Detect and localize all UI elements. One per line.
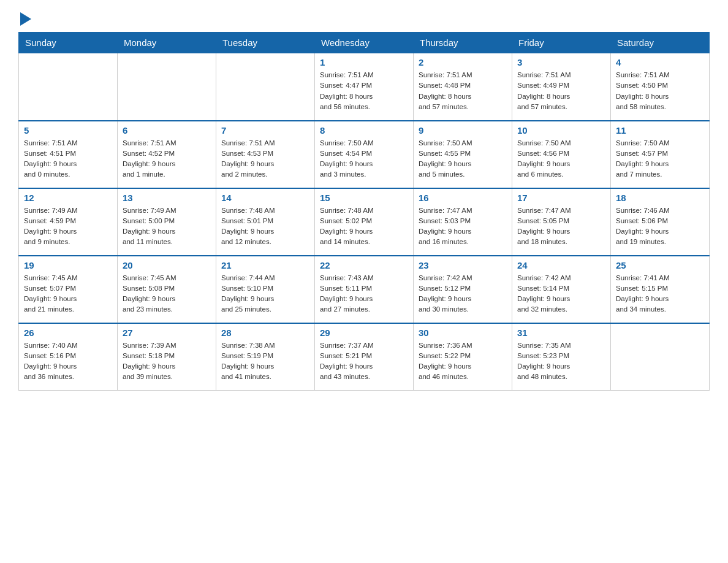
day-number: 3 <box>517 57 605 67</box>
day-number: 20 <box>123 260 211 270</box>
day-info: Sunrise: 7:42 AM Sunset: 5:12 PM Dayligh… <box>419 273 507 315</box>
weekday-header-thursday: Thursday <box>414 33 512 53</box>
day-info: Sunrise: 7:50 AM Sunset: 4:54 PM Dayligh… <box>320 138 408 180</box>
day-info: Sunrise: 7:36 AM Sunset: 5:22 PM Dayligh… <box>419 340 507 383</box>
weekday-header-friday: Friday <box>512 33 611 53</box>
day-info: Sunrise: 7:49 AM Sunset: 5:00 PM Dayligh… <box>123 205 211 248</box>
calendar-cell: 20Sunrise: 7:45 AM Sunset: 5:08 PM Dayli… <box>118 256 216 323</box>
day-number: 2 <box>419 57 507 67</box>
calendar-cell <box>611 323 710 391</box>
day-info: Sunrise: 7:51 AM Sunset: 4:49 PM Dayligh… <box>517 70 605 112</box>
day-number: 12 <box>24 193 112 203</box>
calendar-cell: 12Sunrise: 7:49 AM Sunset: 4:59 PM Dayli… <box>19 188 118 256</box>
calendar-cell: 21Sunrise: 7:44 AM Sunset: 5:10 PM Dayli… <box>216 256 315 323</box>
day-number: 14 <box>221 193 309 203</box>
day-number: 11 <box>616 125 704 136</box>
calendar-cell: 4Sunrise: 7:51 AM Sunset: 4:50 PM Daylig… <box>611 53 710 121</box>
day-info: Sunrise: 7:35 AM Sunset: 5:23 PM Dayligh… <box>517 340 605 383</box>
day-info: Sunrise: 7:50 AM Sunset: 4:56 PM Dayligh… <box>517 138 605 180</box>
day-number: 23 <box>419 260 507 270</box>
day-number: 19 <box>24 260 112 270</box>
page-header <box>18 12 710 26</box>
day-info: Sunrise: 7:48 AM Sunset: 5:02 PM Dayligh… <box>320 205 408 248</box>
calendar-cell: 13Sunrise: 7:49 AM Sunset: 5:00 PM Dayli… <box>118 188 216 256</box>
day-info: Sunrise: 7:51 AM Sunset: 4:47 PM Dayligh… <box>320 70 408 112</box>
day-info: Sunrise: 7:43 AM Sunset: 5:11 PM Dayligh… <box>320 273 408 315</box>
calendar-table: SundayMondayTuesdayWednesdayThursdayFrid… <box>18 32 710 391</box>
day-info: Sunrise: 7:37 AM Sunset: 5:21 PM Dayligh… <box>320 340 408 383</box>
day-number: 29 <box>320 327 408 338</box>
day-number: 17 <box>517 193 605 203</box>
day-number: 16 <box>419 193 507 203</box>
calendar-cell: 27Sunrise: 7:39 AM Sunset: 5:18 PM Dayli… <box>118 323 216 391</box>
day-info: Sunrise: 7:47 AM Sunset: 5:03 PM Dayligh… <box>419 205 507 248</box>
day-info: Sunrise: 7:44 AM Sunset: 5:10 PM Dayligh… <box>221 273 309 315</box>
calendar-week-1: 1Sunrise: 7:51 AM Sunset: 4:47 PM Daylig… <box>19 53 710 121</box>
weekday-header-wednesday: Wednesday <box>315 33 414 53</box>
calendar-cell: 31Sunrise: 7:35 AM Sunset: 5:23 PM Dayli… <box>512 323 611 391</box>
calendar-cell: 2Sunrise: 7:51 AM Sunset: 4:48 PM Daylig… <box>414 53 512 121</box>
calendar-cell: 29Sunrise: 7:37 AM Sunset: 5:21 PM Dayli… <box>315 323 414 391</box>
day-number: 5 <box>24 125 112 136</box>
day-number: 31 <box>517 327 605 338</box>
day-number: 1 <box>320 57 408 67</box>
day-number: 15 <box>320 193 408 203</box>
day-info: Sunrise: 7:48 AM Sunset: 5:01 PM Dayligh… <box>221 205 309 248</box>
day-number: 28 <box>221 327 309 338</box>
day-number: 26 <box>24 327 112 338</box>
day-number: 30 <box>419 327 507 338</box>
day-number: 7 <box>221 125 309 136</box>
day-info: Sunrise: 7:42 AM Sunset: 5:14 PM Dayligh… <box>517 273 605 315</box>
calendar-cell: 1Sunrise: 7:51 AM Sunset: 4:47 PM Daylig… <box>315 53 414 121</box>
day-number: 18 <box>616 193 704 203</box>
calendar-week-4: 19Sunrise: 7:45 AM Sunset: 5:07 PM Dayli… <box>19 256 710 323</box>
day-info: Sunrise: 7:45 AM Sunset: 5:07 PM Dayligh… <box>24 273 112 315</box>
day-number: 8 <box>320 125 408 136</box>
calendar-cell: 15Sunrise: 7:48 AM Sunset: 5:02 PM Dayli… <box>315 188 414 256</box>
calendar-cell: 30Sunrise: 7:36 AM Sunset: 5:22 PM Dayli… <box>414 323 512 391</box>
day-number: 13 <box>123 193 211 203</box>
calendar-cell: 28Sunrise: 7:38 AM Sunset: 5:19 PM Dayli… <box>216 323 315 391</box>
day-number: 9 <box>419 125 507 136</box>
weekday-header-monday: Monday <box>118 33 216 53</box>
calendar-cell: 25Sunrise: 7:41 AM Sunset: 5:15 PM Dayli… <box>611 256 710 323</box>
logo <box>18 12 31 26</box>
calendar-cell: 22Sunrise: 7:43 AM Sunset: 5:11 PM Dayli… <box>315 256 414 323</box>
calendar-cell: 10Sunrise: 7:50 AM Sunset: 4:56 PM Dayli… <box>512 121 611 188</box>
calendar-cell <box>19 53 118 121</box>
day-info: Sunrise: 7:51 AM Sunset: 4:52 PM Dayligh… <box>123 138 211 180</box>
calendar-header: SundayMondayTuesdayWednesdayThursdayFrid… <box>19 33 710 53</box>
calendar-cell: 14Sunrise: 7:48 AM Sunset: 5:01 PM Dayli… <box>216 188 315 256</box>
weekday-header-sunday: Sunday <box>19 33 118 53</box>
day-number: 4 <box>616 57 704 67</box>
day-number: 6 <box>123 125 211 136</box>
day-number: 25 <box>616 260 704 270</box>
calendar-cell: 6Sunrise: 7:51 AM Sunset: 4:52 PM Daylig… <box>118 121 216 188</box>
calendar-cell: 11Sunrise: 7:50 AM Sunset: 4:57 PM Dayli… <box>611 121 710 188</box>
day-info: Sunrise: 7:38 AM Sunset: 5:19 PM Dayligh… <box>221 340 309 383</box>
svg-marker-0 <box>20 12 31 26</box>
calendar-cell: 17Sunrise: 7:47 AM Sunset: 5:05 PM Dayli… <box>512 188 611 256</box>
day-info: Sunrise: 7:40 AM Sunset: 5:16 PM Dayligh… <box>24 340 112 383</box>
calendar-week-3: 12Sunrise: 7:49 AM Sunset: 4:59 PM Dayli… <box>19 188 710 256</box>
logo-triangle-icon <box>20 12 31 26</box>
day-number: 22 <box>320 260 408 270</box>
calendar-cell <box>216 53 315 121</box>
day-number: 10 <box>517 125 605 136</box>
day-info: Sunrise: 7:51 AM Sunset: 4:51 PM Dayligh… <box>24 138 112 180</box>
calendar-cell <box>118 53 216 121</box>
calendar-cell: 5Sunrise: 7:51 AM Sunset: 4:51 PM Daylig… <box>19 121 118 188</box>
day-number: 27 <box>123 327 211 338</box>
calendar-body: 1Sunrise: 7:51 AM Sunset: 4:47 PM Daylig… <box>19 53 710 391</box>
day-info: Sunrise: 7:45 AM Sunset: 5:08 PM Dayligh… <box>123 273 211 315</box>
calendar-cell: 18Sunrise: 7:46 AM Sunset: 5:06 PM Dayli… <box>611 188 710 256</box>
weekday-header-tuesday: Tuesday <box>216 33 315 53</box>
day-info: Sunrise: 7:39 AM Sunset: 5:18 PM Dayligh… <box>123 340 211 383</box>
day-info: Sunrise: 7:51 AM Sunset: 4:50 PM Dayligh… <box>616 70 704 112</box>
weekday-header-saturday: Saturday <box>611 33 710 53</box>
day-info: Sunrise: 7:49 AM Sunset: 4:59 PM Dayligh… <box>24 205 112 248</box>
day-info: Sunrise: 7:46 AM Sunset: 5:06 PM Dayligh… <box>616 205 704 248</box>
day-info: Sunrise: 7:50 AM Sunset: 4:55 PM Dayligh… <box>419 138 507 180</box>
calendar-cell: 8Sunrise: 7:50 AM Sunset: 4:54 PM Daylig… <box>315 121 414 188</box>
calendar-cell: 23Sunrise: 7:42 AM Sunset: 5:12 PM Dayli… <box>414 256 512 323</box>
